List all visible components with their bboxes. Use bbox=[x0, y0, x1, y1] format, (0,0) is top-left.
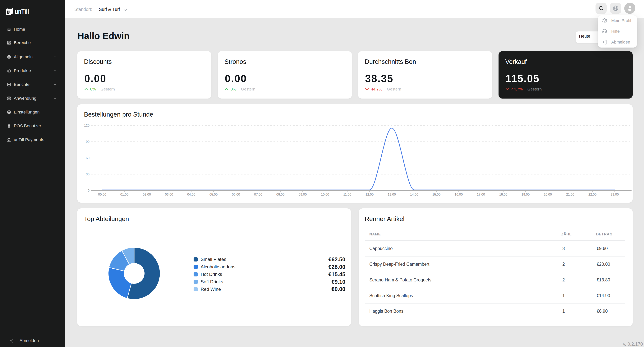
svg-text:05:00: 05:00 bbox=[210, 193, 218, 196]
svg-text:12:00: 12:00 bbox=[366, 193, 374, 196]
svg-text:10:00: 10:00 bbox=[321, 193, 329, 196]
svg-text:01:00: 01:00 bbox=[120, 193, 128, 196]
svg-text:17:00: 17:00 bbox=[477, 193, 485, 196]
svg-text:15:00: 15:00 bbox=[432, 193, 441, 196]
svg-text:09:00: 09:00 bbox=[298, 193, 307, 196]
svg-text:00:00: 00:00 bbox=[98, 193, 106, 196]
svg-text:23:00: 23:00 bbox=[611, 193, 619, 196]
svg-text:21:00: 21:00 bbox=[566, 193, 574, 196]
svg-text:19:00: 19:00 bbox=[522, 193, 530, 196]
svg-text:04:00: 04:00 bbox=[187, 193, 196, 196]
svg-text:06:00: 06:00 bbox=[232, 193, 240, 196]
svg-text:02:00: 02:00 bbox=[143, 193, 151, 196]
svg-text:120: 120 bbox=[84, 124, 90, 127]
svg-text:30: 30 bbox=[86, 172, 90, 176]
svg-text:18:00: 18:00 bbox=[499, 193, 508, 196]
svg-text:08:00: 08:00 bbox=[276, 193, 284, 196]
svg-text:20:00: 20:00 bbox=[544, 193, 552, 196]
svg-text:0: 0 bbox=[88, 189, 90, 192]
svg-text:03:00: 03:00 bbox=[165, 193, 173, 196]
svg-text:60: 60 bbox=[86, 156, 90, 160]
svg-text:07:00: 07:00 bbox=[254, 193, 262, 196]
svg-text:90: 90 bbox=[86, 140, 90, 144]
svg-text:22:00: 22:00 bbox=[588, 193, 597, 196]
svg-text:11:00: 11:00 bbox=[343, 193, 351, 196]
svg-text:13:00: 13:00 bbox=[388, 193, 396, 196]
svg-text:16:00: 16:00 bbox=[455, 193, 463, 196]
svg-text:14:00: 14:00 bbox=[410, 193, 418, 196]
